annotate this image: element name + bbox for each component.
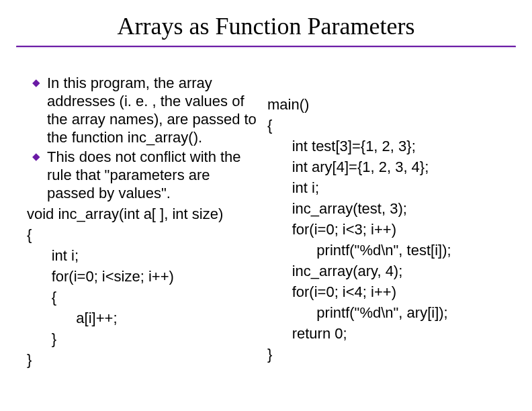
slide-body: ◆ In this program, the array addresses (… (31, 74, 516, 411)
code-line: } (27, 349, 259, 370)
code-line: a[i]++; (27, 308, 259, 328)
code-line: return 0; (267, 323, 509, 344)
code-line: int i; (267, 177, 509, 198)
code-block-left: void inc_array(int a[ ], int size) { int… (27, 203, 259, 370)
bullet-icon: ◆ (32, 74, 40, 91)
code-line: for(i=0; i<size; i++) (27, 266, 259, 287)
bullet-text: In this program, the array addresses (i.… (47, 74, 259, 146)
code-line: printf("%d\n", ary[i]); (267, 302, 509, 323)
code-line: { (27, 287, 259, 308)
right-column: main() { int test[3]={1, 2, 3}; int ary[… (267, 94, 509, 365)
code-line: { (267, 115, 509, 136)
code-line: int ary[4]={1, 2, 3, 4}; (267, 156, 509, 177)
code-line: } (267, 344, 509, 365)
bullet-icon: ◆ (32, 148, 40, 165)
code-line: inc_array(ary, 4); (267, 261, 509, 281)
code-line: inc_array(test, 3); (267, 198, 509, 219)
code-line: for(i=0; i<4; i++) (267, 281, 509, 302)
bullet-text: This does not conflict with the rule tha… (47, 148, 259, 202)
code-line: int test[3]={1, 2, 3}; (267, 136, 509, 156)
code-line: for(i=0; i<3; i++) (267, 219, 509, 240)
bullet-item: ◆ This does not conflict with the rule t… (31, 148, 259, 202)
code-block-right: main() { int test[3]={1, 2, 3}; int ary[… (267, 94, 509, 365)
slide: Arrays as Function Parameters ◆ In this … (0, 12, 532, 411)
code-line: { (27, 224, 259, 245)
code-line: int i; (27, 245, 259, 266)
left-column: ◆ In this program, the array addresses (… (31, 74, 259, 370)
title-underline (16, 46, 516, 48)
code-line: main() (267, 94, 509, 115)
code-line: } (27, 328, 259, 349)
code-line: printf("%d\n", test[i]); (267, 240, 509, 261)
slide-title: Arrays as Function Parameters (0, 12, 532, 40)
code-line: void inc_array(int a[ ], int size) (27, 203, 259, 224)
bullet-item: ◆ In this program, the array addresses (… (31, 74, 259, 146)
